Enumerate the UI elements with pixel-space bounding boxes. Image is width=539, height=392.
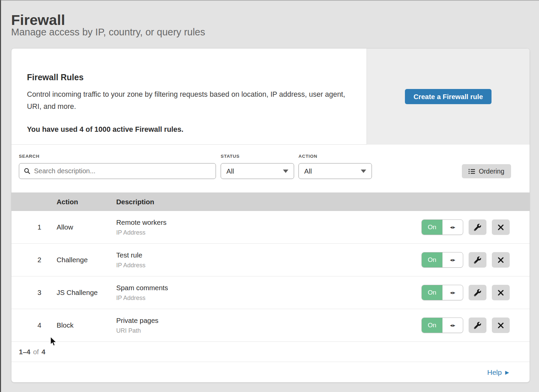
card-footer: Help ▶ (11, 362, 530, 383)
rule-match-type: IP Address (116, 262, 146, 269)
table-row: 4 Block Private pages URI Path On ◂▸ (11, 309, 530, 342)
rule-enabled-toggle[interactable]: On ◂▸ (421, 252, 463, 268)
column-header-action: Action (57, 198, 78, 206)
search-input[interactable] (33, 167, 211, 175)
rule-description-title: Test rule (116, 251, 146, 259)
hero-section: Firewall Rules Control incoming traffic … (11, 49, 530, 145)
toggle-on-label: On (422, 318, 442, 333)
hero-side-panel: Create a Firewall rule (367, 49, 530, 145)
action-label: ACTION (298, 154, 317, 159)
toggle-on-label: On (422, 220, 442, 235)
x-icon (498, 322, 504, 329)
rule-enabled-toggle[interactable]: On ◂▸ (421, 219, 463, 235)
delete-rule-button[interactable] (492, 219, 510, 235)
chevron-down-icon (361, 170, 366, 173)
rule-controls: On ◂▸ (421, 219, 510, 235)
window-edge-left (0, 0, 1, 392)
search-label: SEARCH (19, 154, 39, 159)
rule-description: Spam comments IP Address (116, 284, 168, 302)
rule-match-type: URI Path (116, 327, 158, 334)
action-select-value: All (304, 167, 312, 175)
toggle-on-label: On (422, 285, 442, 300)
rule-description: Test rule IP Address (116, 251, 146, 269)
table-row: 2 Challenge Test rule IP Address On ◂▸ (11, 244, 530, 276)
wrench-icon (474, 257, 481, 264)
rule-description: Private pages URI Path (116, 316, 158, 334)
rules-list: 1 Allow Remote workers IP Address On ◂▸ (11, 211, 530, 342)
toggle-drag-handle-icon[interactable]: ◂▸ (442, 285, 463, 300)
caret-right-icon: ▶ (505, 370, 509, 375)
status-select[interactable]: All (221, 163, 294, 179)
toggle-on-label: On (422, 252, 442, 267)
rule-description-title: Spam comments (116, 284, 168, 292)
rule-action: Allow (57, 223, 73, 231)
x-icon (498, 290, 504, 296)
rule-description: Remote workers IP Address (116, 218, 166, 236)
table-row: 1 Allow Remote workers IP Address On ◂▸ (11, 211, 530, 244)
pagination-total: 4 (41, 348, 45, 356)
table-row: 3 JS Challenge Spam comments IP Address … (11, 276, 530, 309)
rule-controls: On ◂▸ (421, 285, 510, 300)
list-icon (469, 169, 475, 174)
create-firewall-rule-button[interactable]: Create a Firewall rule (405, 89, 491, 104)
toggle-drag-handle-icon[interactable]: ◂▸ (442, 318, 463, 333)
rule-match-type: IP Address (116, 295, 168, 302)
rule-controls: On ◂▸ (421, 318, 510, 333)
toggle-drag-handle-icon[interactable]: ◂▸ (442, 220, 463, 235)
page-subtitle: Manage access by IP, country, or query r… (11, 27, 205, 38)
pagination-range: 1–4 (19, 348, 30, 356)
hero-title: Firewall Rules (27, 72, 84, 82)
rule-priority: 1 (34, 223, 45, 231)
action-select[interactable]: All (298, 163, 372, 179)
page-title: Firewall (11, 12, 65, 28)
search-input-wrapper[interactable] (19, 163, 216, 179)
ordering-button[interactable]: Ordering (462, 164, 511, 178)
filters-bar: SEARCH STATUS All ACTION All (11, 145, 530, 192)
pagination-separator: of (33, 348, 39, 356)
window-edge-top (0, 0, 539, 1)
wrench-icon (474, 322, 481, 329)
ordering-button-label: Ordering (479, 168, 504, 175)
help-link[interactable]: Help ▶ (487, 368, 509, 376)
status-label: STATUS (221, 154, 240, 159)
edit-rule-button[interactable] (469, 285, 486, 300)
rule-enabled-toggle[interactable]: On ◂▸ (421, 318, 463, 333)
search-icon (24, 168, 30, 174)
rule-action: JS Challenge (57, 289, 98, 297)
status-select-value: All (226, 167, 234, 175)
delete-rule-button[interactable] (492, 318, 510, 333)
rule-priority: 2 (34, 256, 45, 264)
usage-summary: You have used 4 of 1000 active Firewall … (27, 125, 183, 134)
rule-priority: 3 (34, 289, 45, 297)
x-icon (498, 257, 504, 263)
rule-enabled-toggle[interactable]: On ◂▸ (421, 285, 463, 300)
wrench-icon (474, 224, 481, 231)
wrench-icon (474, 289, 481, 296)
rule-match-type: IP Address (116, 229, 166, 236)
rule-description-title: Private pages (116, 316, 158, 325)
delete-rule-button[interactable] (492, 252, 510, 268)
delete-rule-button[interactable] (492, 285, 510, 300)
edit-rule-button[interactable] (469, 219, 486, 235)
rule-controls: On ◂▸ (421, 252, 510, 268)
chevron-down-icon (283, 170, 288, 173)
pagination: 1–4 of 4 (11, 342, 530, 362)
rule-action: Challenge (57, 256, 88, 264)
toggle-drag-handle-icon[interactable]: ◂▸ (442, 252, 463, 267)
rule-priority: 4 (34, 321, 45, 329)
edit-rule-button[interactable] (469, 252, 486, 268)
table-header: Action Description (11, 192, 530, 211)
rule-action: Block (57, 321, 73, 329)
rule-description-title: Remote workers (116, 218, 166, 227)
x-icon (498, 224, 504, 231)
hero-description: Control incoming traffic to your zone by… (27, 88, 350, 113)
column-header-description: Description (116, 198, 154, 206)
help-link-label: Help (487, 368, 502, 376)
firewall-rules-card: Firewall Rules Control incoming traffic … (11, 48, 530, 383)
edit-rule-button[interactable] (469, 318, 486, 333)
